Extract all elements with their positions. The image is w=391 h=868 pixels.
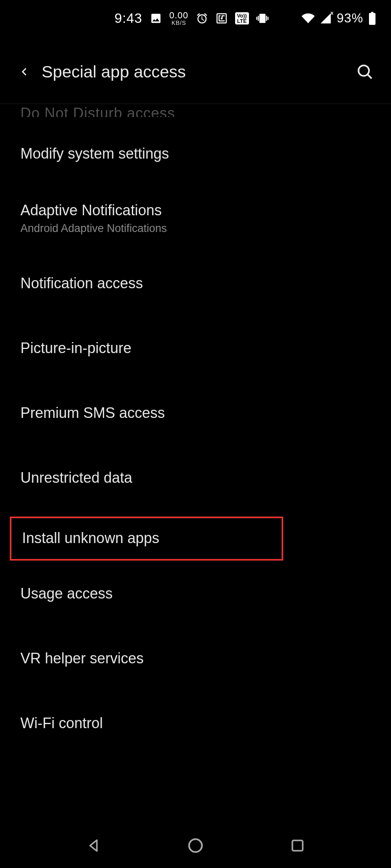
app-header: Special app access <box>0 37 391 104</box>
status-bar: 9:43 0.00 KB/S Vo)) LTE <box>0 0 391 37</box>
list-item-install-unknown-apps[interactable]: Install unknown apps <box>10 517 283 561</box>
list-item[interactable]: Notification access <box>0 250 391 311</box>
list-item-title: Do Not Disturb access <box>20 105 175 117</box>
wifi-icon <box>302 12 315 25</box>
list-item-title: VR helper services <box>20 650 371 667</box>
nfc-icon <box>215 12 228 24</box>
svg-line-1 <box>367 74 371 78</box>
settings-list: Do Not Disturb access Modify system sett… <box>0 98 391 751</box>
back-button[interactable] <box>15 62 34 82</box>
nav-recents-button[interactable] <box>285 833 310 858</box>
list-item[interactable]: Do Not Disturb access <box>0 98 391 117</box>
list-item-subtitle: Android Adaptive Notifications <box>20 222 371 235</box>
alarm-icon <box>196 12 208 24</box>
search-button[interactable] <box>353 60 376 83</box>
list-item-title: Unrestricted data <box>20 469 371 486</box>
list-item[interactable]: Picture-in-picture <box>0 311 391 376</box>
list-item-title: Usage access <box>20 585 371 602</box>
list-item[interactable]: VR helper services <box>0 622 391 687</box>
triangle-back-icon <box>85 837 102 854</box>
square-recents-icon <box>290 838 305 853</box>
svg-point-0 <box>358 65 369 76</box>
list-item-title: Picture-in-picture <box>20 340 371 357</box>
search-icon <box>356 63 374 81</box>
nav-back-button[interactable] <box>81 833 106 858</box>
list-item[interactable]: Premium SMS access <box>0 376 391 441</box>
list-item[interactable]: Modify system settings <box>0 117 391 182</box>
picture-icon <box>150 12 162 24</box>
list-item-title: Premium SMS access <box>20 404 371 422</box>
network-speed-indicator: 0.00 KB/S <box>169 11 189 26</box>
battery-icon <box>368 12 376 25</box>
battery-percent: 93% <box>337 11 363 26</box>
list-item-title: Adaptive Notifications <box>20 202 371 219</box>
vibrate-icon <box>256 12 269 24</box>
list-item-title: Modify system settings <box>20 145 371 162</box>
status-time: 9:43 <box>114 11 142 26</box>
volte-icon: Vo)) LTE <box>235 12 249 24</box>
circle-home-icon <box>187 837 204 854</box>
list-item-title: Notification access <box>20 275 371 292</box>
chevron-left-icon <box>19 63 30 81</box>
navigation-bar <box>0 823 391 868</box>
svg-point-2 <box>189 839 202 852</box>
list-item-title: Install unknown apps <box>22 530 271 547</box>
nav-home-button[interactable] <box>183 833 208 858</box>
list-item[interactable]: Usage access <box>0 561 391 622</box>
list-item[interactable]: Unrestricted data <box>0 441 391 506</box>
page-title: Special app access <box>42 62 353 82</box>
svg-rect-3 <box>292 840 302 850</box>
signal-icon: x <box>320 12 332 24</box>
list-item[interactable]: Wi-Fi control <box>0 687 391 751</box>
list-item[interactable]: Adaptive Notifications Android Adaptive … <box>0 182 391 250</box>
list-item-title: Wi-Fi control <box>20 715 371 732</box>
